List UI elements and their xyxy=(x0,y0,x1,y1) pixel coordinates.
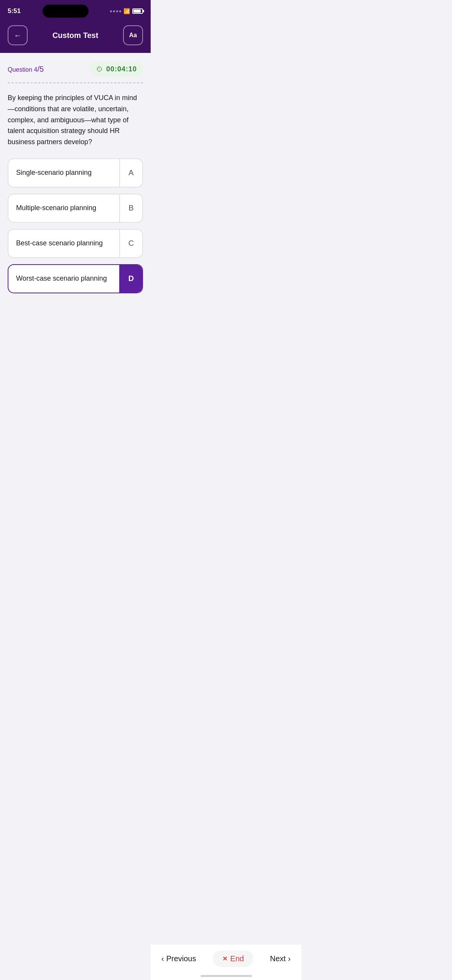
question-header: Question 4/5 ⏲ 00:04:10 xyxy=(8,62,143,76)
question-text: By keeping the principles of VUCA in min… xyxy=(8,92,143,148)
status-time: 5:51 xyxy=(8,7,21,15)
option-d-text: Worst-case scenario planning xyxy=(16,275,119,283)
option-b-text: Multiple-scenario planning xyxy=(16,204,119,212)
question-num-total: /5 xyxy=(37,65,44,73)
main-content: Question 4/5 ⏲ 00:04:10 By keeping the p… xyxy=(0,53,151,339)
dynamic-island xyxy=(43,5,89,18)
option-b[interactable]: Multiple-scenario planning B xyxy=(8,194,143,223)
back-arrow-icon: ← xyxy=(14,31,21,40)
wifi-icon: 📶 xyxy=(123,8,130,14)
question-num-highlight: Question 4 xyxy=(8,66,37,73)
option-b-letter: B xyxy=(119,194,142,222)
status-bar: 5:51 📶 xyxy=(0,0,151,21)
option-c-letter: C xyxy=(119,230,142,257)
question-number: Question 4/5 xyxy=(8,65,44,74)
option-d-letter: D xyxy=(119,265,142,293)
option-a-letter: A xyxy=(119,159,142,187)
timer-badge: ⏲ 00:04:10 xyxy=(90,62,143,76)
timer-icon: ⏲ xyxy=(96,65,103,73)
back-button[interactable]: ← xyxy=(8,25,28,45)
header: ← Custom Test Aa xyxy=(0,21,151,53)
option-a-text: Single-scenario planning xyxy=(16,169,119,177)
section-divider xyxy=(8,82,143,83)
option-c-text: Best-case scenario planning xyxy=(16,239,119,247)
header-title: Custom Test xyxy=(53,31,99,40)
battery-icon xyxy=(132,8,143,14)
answer-options: Single-scenario planning A Multiple-scen… xyxy=(8,158,143,293)
status-icons: 📶 xyxy=(110,8,143,14)
font-label: Aa xyxy=(129,32,137,39)
option-a[interactable]: Single-scenario planning A xyxy=(8,158,143,187)
timer-text: 00:04:10 xyxy=(106,65,137,73)
signal-icon xyxy=(110,10,121,12)
font-size-button[interactable]: Aa xyxy=(123,25,143,45)
option-d[interactable]: Worst-case scenario planning D xyxy=(8,264,143,293)
option-c[interactable]: Best-case scenario planning C xyxy=(8,229,143,258)
